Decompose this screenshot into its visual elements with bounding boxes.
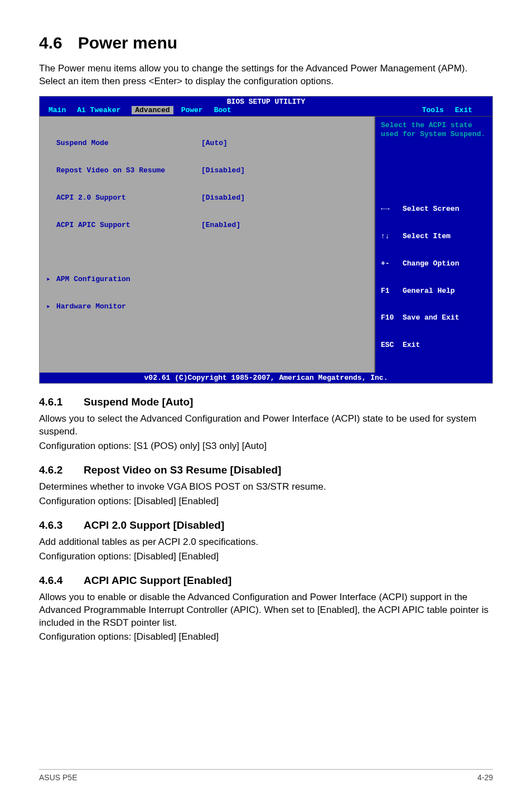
bios-tab-advanced[interactable]: Advanced bbox=[132, 106, 173, 114]
row-label: Suspend Mode bbox=[56, 139, 201, 148]
row-value: [Disabled] bbox=[201, 166, 245, 175]
row-indent bbox=[46, 139, 56, 148]
key-label: Exit bbox=[403, 341, 420, 349]
bios-row-acpi-apic[interactable]: ACPI APIC Support [Enabled] bbox=[46, 221, 367, 230]
key-label: General Help bbox=[403, 287, 455, 295]
up-down-arrow-icon: ↑↓ bbox=[381, 232, 390, 240]
key-exit: ESC Exit bbox=[381, 341, 487, 350]
key-change-option: +- Change Option bbox=[381, 259, 487, 268]
heading-4-6-4: 4.6.4 ACPI APIC Support [Enabled] bbox=[39, 574, 493, 587]
bios-blank-row bbox=[46, 248, 367, 257]
key-select-screen: ←→ Select Screen bbox=[381, 205, 487, 214]
key-label: Select Item bbox=[403, 232, 451, 240]
bios-row-suspend-mode[interactable]: Suspend Mode [Auto] bbox=[46, 139, 367, 148]
bios-row-repost-video[interactable]: Repost Video on S3 Resume [Disabled] bbox=[46, 166, 367, 175]
key-label: Save and Exit bbox=[403, 313, 459, 322]
page-footer: ASUS P5E 4-29 bbox=[39, 769, 493, 782]
row-value: [Disabled] bbox=[201, 194, 245, 202]
plus-minus-icon: +- bbox=[381, 259, 390, 268]
row-indent bbox=[46, 194, 56, 202]
bios-tab-main[interactable]: Main bbox=[49, 106, 77, 114]
bios-tab-spacer bbox=[243, 106, 422, 114]
bios-copyright-footer: v02.61 (C)Copyright 1985-2007, American … bbox=[40, 373, 492, 383]
bios-tab-power[interactable]: Power bbox=[181, 106, 214, 114]
bios-menu-bar: Main Ai Tweaker Advanced Power Boot Tool… bbox=[40, 106, 492, 116]
bios-options-panel: Suspend Mode [Auto] Repost Video on S3 R… bbox=[40, 117, 375, 373]
intro-paragraph: The Power menu items allow you to change… bbox=[39, 62, 493, 88]
row-indent bbox=[46, 221, 56, 230]
bios-help-panel: Select the ACPI state used for System Su… bbox=[375, 117, 492, 373]
config-options: Configuration options: [Disabled] [Enabl… bbox=[39, 496, 493, 507]
bios-title: BIOS SETUP UTILITY bbox=[40, 96, 492, 106]
key-select-item: ↑↓ Select Item bbox=[381, 232, 487, 241]
subheading-number: 4.6.1 bbox=[39, 396, 68, 408]
page: 4.6 Power menu The Power menu items allo… bbox=[0, 0, 532, 802]
bios-key-legend: ←→ Select Screen ↑↓ Select Item +- Chang… bbox=[381, 187, 487, 368]
bios-tab-exit[interactable]: Exit bbox=[455, 106, 483, 114]
bios-help-text: Select the ACPI state used for System Su… bbox=[381, 121, 487, 148]
subheading-title: Repost Video on S3 Resume [Disabled] bbox=[84, 464, 281, 476]
submenu-label: APM Configuration bbox=[56, 275, 201, 284]
section-body: Allows you to select the Advanced Config… bbox=[39, 413, 493, 438]
key-label: Change Option bbox=[403, 259, 459, 268]
subheading-title: Suspend Mode [Auto] bbox=[84, 396, 193, 408]
bios-body: Suspend Mode [Auto] Repost Video on S3 R… bbox=[40, 117, 492, 373]
esc-key-icon: ESC bbox=[381, 341, 394, 349]
config-options: Configuration options: [S1 (POS) only] [… bbox=[39, 441, 493, 452]
f10-key-icon: F10 bbox=[381, 313, 394, 322]
heading-number: 4.6 bbox=[39, 33, 62, 52]
subheading-title: ACPI APIC Support [Enabled] bbox=[84, 574, 231, 587]
subheading-number: 4.6.4 bbox=[39, 574, 68, 587]
key-save-exit: F10 Save and Exit bbox=[381, 313, 487, 322]
footer-left: ASUS P5E bbox=[39, 773, 77, 782]
row-label: ACPI APIC Support bbox=[56, 221, 201, 230]
key-label: Select Screen bbox=[403, 205, 459, 213]
left-right-arrow-icon: ←→ bbox=[381, 205, 390, 213]
section-body: Add additional tables as per ACPI 2.0 sp… bbox=[39, 536, 493, 549]
bios-submenu-hwmon[interactable]: ▸ Hardware Monitor bbox=[46, 302, 367, 311]
subheading-title: ACPI 2.0 Support [Disabled] bbox=[84, 519, 224, 532]
row-indent bbox=[46, 166, 56, 175]
subheading-number: 4.6.2 bbox=[39, 464, 68, 476]
bios-screenshot: BIOS SETUP UTILITY Main Ai Tweaker Advan… bbox=[39, 96, 493, 384]
footer-right: 4-29 bbox=[477, 773, 493, 782]
section-body: Allows you to enable or disable the Adva… bbox=[39, 591, 493, 630]
bios-tab-ai-tweaker[interactable]: Ai Tweaker bbox=[77, 106, 132, 114]
heading-4-6-1: 4.6.1 Suspend Mode [Auto] bbox=[39, 396, 493, 408]
submenu-arrow-icon: ▸ bbox=[46, 302, 56, 311]
bios-submenu-apm[interactable]: ▸ APM Configuration bbox=[46, 275, 367, 284]
bios-tab-tools[interactable]: Tools bbox=[422, 106, 455, 114]
key-general-help: F1 General Help bbox=[381, 287, 487, 296]
section-body: Determines whether to invoke VGA BIOS PO… bbox=[39, 481, 493, 494]
config-options: Configuration options: [Disabled] [Enabl… bbox=[39, 551, 493, 562]
subheading-number: 4.6.3 bbox=[39, 519, 68, 532]
config-options: Configuration options: [Disabled] [Enabl… bbox=[39, 631, 493, 642]
row-label: ACPI 2.0 Support bbox=[56, 194, 201, 202]
submenu-arrow-icon: ▸ bbox=[46, 275, 56, 284]
heading-4-6: 4.6 Power menu bbox=[39, 33, 493, 52]
bios-tab-boot[interactable]: Boot bbox=[214, 106, 243, 114]
heading-4-6-2: 4.6.2 Repost Video on S3 Resume [Disable… bbox=[39, 464, 493, 476]
heading-title: Power menu bbox=[78, 33, 177, 52]
f1-key-icon: F1 bbox=[381, 287, 390, 295]
heading-4-6-3: 4.6.3 ACPI 2.0 Support [Disabled] bbox=[39, 519, 493, 532]
row-value: [Enabled] bbox=[201, 221, 240, 230]
bios-row-acpi-2-0[interactable]: ACPI 2.0 Support [Disabled] bbox=[46, 194, 367, 202]
row-value: [Auto] bbox=[201, 139, 228, 148]
submenu-label: Hardware Monitor bbox=[56, 302, 201, 311]
row-label: Repost Video on S3 Resume bbox=[56, 166, 201, 175]
bios-header: BIOS SETUP UTILITY Main Ai Tweaker Advan… bbox=[40, 96, 492, 117]
